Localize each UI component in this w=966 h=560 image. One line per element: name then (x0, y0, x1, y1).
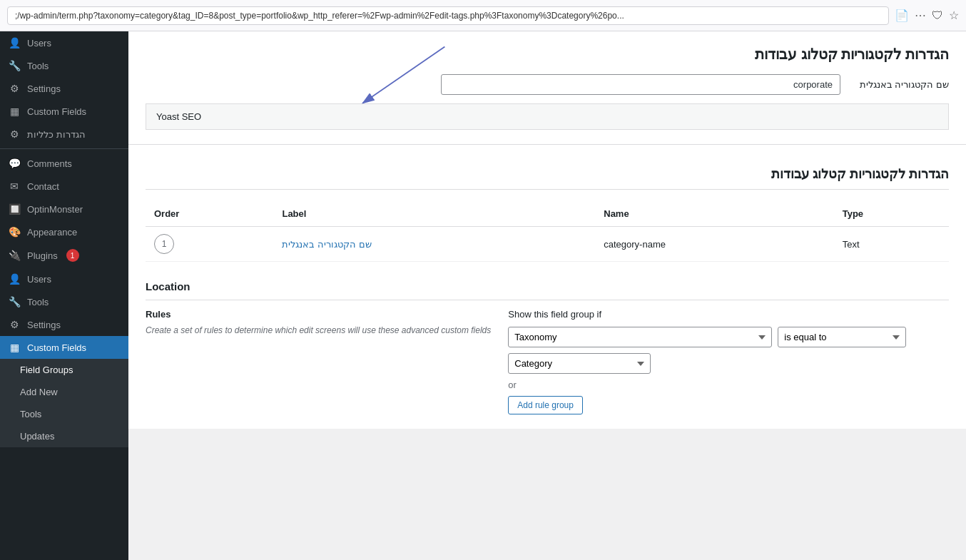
sidebar-item-add-new[interactable]: Add New (0, 381, 128, 403)
sidebar-label: Appearance (27, 227, 77, 238)
rules-row: Taxonomy is equal to Category (508, 327, 949, 374)
rules-right: Show this field group if Taxonomy is equ… (508, 309, 949, 414)
custom-fields-icon: ▦ (7, 106, 21, 117)
gear-icon: ⚙ (7, 128, 21, 140)
yoast-bar: Yoast SEO (146, 103, 949, 130)
yoast-label: Yoast SEO (156, 111, 201, 122)
wp-layout: 👤 Users 🔧 Tools ⚙ Settings ▦ Custom Fiel… (0, 31, 966, 560)
sidebar-item-custom-fields2[interactable]: ▦ Custom Fields (0, 336, 128, 359)
sidebar-label: Users (27, 38, 51, 49)
table-row: 1 שם הקטגוריה באנגלית category-name Text (146, 227, 949, 262)
sidebar-item-tools[interactable]: 🔧 Tools (0, 54, 128, 77)
sidebar-item-appearance[interactable]: 🎨 Appearance (0, 220, 128, 243)
sidebar-item-settings2[interactable]: ⚙ Settings (0, 313, 128, 336)
order-circle: 1 (154, 234, 174, 254)
users-icon: 👤 (7, 37, 21, 49)
sidebar-label: Custom Fields (27, 342, 86, 353)
plugins-badge: 1 (66, 249, 79, 262)
field-groups-label: Field Groups (20, 365, 73, 375)
bottom-section-title: הגדרות לקטגוריות קטלוג עבודות (146, 159, 949, 190)
top-section: הגדרות לקטגוריות קטלוג עבודות שם הקטגורי… (128, 31, 966, 145)
url-bar[interactable]: ;/wp-admin/term.php?taxonomy=category&ta… (7, 6, 889, 25)
appearance-icon: 🎨 (7, 226, 21, 238)
sidebar: 👤 Users 🔧 Tools ⚙ Settings ▦ Custom Fiel… (0, 31, 128, 560)
rules-desc: Create a set of rules to determine which… (146, 324, 491, 337)
sidebar-item-custom-fields[interactable]: ▦ Custom Fields (0, 100, 128, 123)
shield-icon[interactable]: 🛡 (932, 9, 943, 22)
sidebar-label: Contact (27, 181, 59, 192)
sidebar-label: Plugins (27, 250, 58, 261)
value-select[interactable]: Category (508, 353, 651, 374)
col-order: Order (146, 201, 273, 227)
sidebar-item-plugins[interactable]: 🔌 Plugins 1 (0, 243, 128, 268)
sidebar-label: Settings (27, 320, 61, 330)
page-icon[interactable]: 📄 (895, 9, 909, 22)
row-order: 1 (146, 227, 273, 262)
updates-label: Updates (20, 431, 54, 442)
plugins-icon: 🔌 (7, 250, 21, 261)
row-type: Text (834, 227, 949, 262)
form-row: שם הקטגוריה באנגלית (146, 74, 949, 95)
sidebar-item-comments[interactable]: 💬 Comments (0, 152, 128, 175)
settings-icon: ⚙ (7, 83, 21, 94)
row-label: שם הקטגוריה באנגלית (273, 227, 595, 262)
browser-bar: ;/wp-admin/term.php?taxonomy=category&ta… (0, 0, 966, 31)
custom-fields2-icon: ▦ (7, 342, 21, 353)
comments-icon: 💬 (7, 158, 21, 169)
rules-left: Rules Create a set of rules to determine… (146, 309, 491, 414)
row-name: category-name (595, 227, 833, 262)
sidebar-item-field-groups[interactable]: Field Groups (0, 359, 128, 381)
sidebar-item-general-settings[interactable]: ⚙ הגדרות כלליות (0, 123, 128, 146)
sidebar-item-contact[interactable]: ✉ Contact (0, 175, 128, 198)
more-icon[interactable]: ⋯ (915, 9, 926, 22)
sidebar-label: Users (27, 274, 51, 285)
main-content: הגדרות לקטגוריות קטלוג עבודות שם הקטגורי… (128, 31, 966, 560)
location-section: Location Rules Create a set of rules to … (146, 273, 949, 414)
tools2-icon: 🔧 (7, 296, 21, 307)
sidebar-label: הגדרות כלליות (27, 129, 86, 140)
sidebar-item-optinmonster[interactable]: 🔲 OptinMonster (0, 198, 128, 220)
optinmonster-icon: 🔲 (7, 203, 21, 215)
add-rule-button[interactable]: Add rule group (508, 396, 583, 414)
sidebar-label: Settings (27, 83, 61, 94)
tools-sub-label: Tools (20, 409, 41, 419)
tools-icon: 🔧 (7, 60, 21, 71)
sidebar-label: Tools (27, 297, 49, 307)
rules-section: Rules Create a set of rules to determine… (146, 309, 949, 414)
form-label: שם הקטגוריה באנגלית (849, 79, 949, 90)
add-new-label: Add New (20, 387, 58, 397)
sidebar-item-tools2[interactable]: 🔧 Tools (0, 290, 128, 313)
browser-icons: 📄 ⋯ 🛡 ☆ (895, 9, 959, 22)
sidebar-submenu: Field Groups Add New Tools Updates (0, 359, 128, 447)
star-icon[interactable]: ☆ (949, 9, 959, 22)
sidebar-label: Comments (27, 158, 72, 169)
taxonomy-select[interactable]: Taxonomy (508, 327, 772, 347)
contact-icon: ✉ (7, 180, 21, 192)
sidebar-item-updates[interactable]: Updates (0, 425, 128, 447)
rules-title: Rules (146, 309, 491, 320)
sidebar-item-users[interactable]: 👤 Users (0, 31, 128, 54)
sidebar-label: OptinMonster (27, 204, 83, 215)
col-label: Label (273, 201, 595, 227)
col-type: Type (834, 201, 949, 227)
location-heading: Location (146, 273, 949, 300)
sidebar-item-users2[interactable]: 👤 Users (0, 268, 128, 290)
sidebar-item-tools-sub[interactable]: Tools (0, 403, 128, 425)
sidebar-label: Custom Fields (27, 106, 86, 117)
users2-icon: 👤 (7, 273, 21, 285)
operator-select[interactable]: is equal to (778, 327, 906, 347)
sidebar-label: Tools (27, 61, 49, 71)
col-name: Name (595, 201, 833, 227)
settings2-icon: ⚙ (7, 319, 21, 330)
field-label-link[interactable]: שם הקטגוריה באנגלית (282, 239, 371, 250)
sidebar-item-settings[interactable]: ⚙ Settings (0, 77, 128, 100)
bottom-section: הגדרות לקטגוריות קטלוג עבודות Order Labe… (128, 145, 966, 429)
divider (0, 148, 128, 149)
or-text: or (508, 380, 949, 390)
category-name-input[interactable] (441, 74, 840, 95)
top-section-title: הגדרות לקטגוריות קטלוג עבודות (146, 46, 949, 63)
show-label: Show this field group if (508, 309, 949, 320)
fields-table: Order Label Name Type 1 ש (146, 201, 949, 262)
